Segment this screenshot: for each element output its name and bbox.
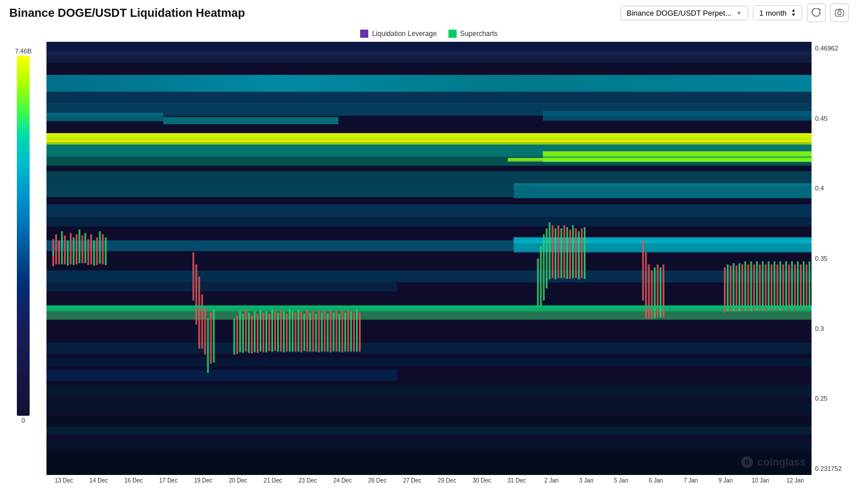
- legend-item-supercharts: Supercharts: [448, 30, 498, 38]
- y-label-045: 0.45: [815, 115, 856, 122]
- svg-rect-144: [738, 263, 740, 311]
- svg-rect-106: [339, 314, 340, 351]
- svg-rect-105: [336, 311, 338, 351]
- svg-rect-85: [277, 312, 279, 351]
- x-label-20: 10 Jan: [743, 477, 778, 484]
- svg-rect-37: [46, 439, 812, 451]
- svg-rect-149: [753, 264, 755, 311]
- svg-rect-20: [514, 183, 812, 198]
- svg-rect-99: [318, 310, 319, 352]
- svg-rect-53: [81, 236, 83, 264]
- svg-rect-63: [195, 264, 197, 325]
- svg-rect-114: [537, 258, 539, 307]
- svg-rect-6: [46, 56, 812, 63]
- svg-rect-36: [46, 427, 812, 434]
- svg-rect-115: [540, 246, 542, 307]
- svg-rect-101: [324, 311, 326, 351]
- chart-main[interactable]: [46, 42, 812, 475]
- exchange-selector[interactable]: Binance DOGE/USDT Perpet... ▼: [620, 6, 748, 20]
- svg-rect-96: [309, 312, 311, 351]
- legend-label-supercharts: Supercharts: [460, 30, 498, 38]
- svg-rect-92: [297, 309, 299, 352]
- heatmap-svg: [46, 42, 812, 475]
- timeframe-selector[interactable]: 1 month ▲▼: [753, 5, 802, 20]
- watermark: coinglass: [740, 455, 806, 469]
- svg-rect-4: [46, 42, 812, 51]
- svg-rect-26: [46, 271, 812, 283]
- x-label-11: 29 Dec: [429, 477, 464, 484]
- y-label-030: 0.3: [815, 325, 856, 332]
- svg-rect-67: [207, 319, 209, 373]
- svg-rect-9: [46, 92, 812, 103]
- svg-rect-174: [46, 307, 812, 308]
- refresh-button[interactable]: [807, 3, 825, 22]
- svg-rect-117: [546, 228, 548, 289]
- svg-rect-163: [794, 264, 796, 310]
- svg-rect-131: [642, 240, 644, 301]
- svg-rect-55: [87, 239, 89, 265]
- legend-label-liquidation: Liquidation Leverage: [372, 30, 436, 38]
- svg-rect-22: [46, 218, 812, 227]
- svg-rect-151: [759, 264, 761, 311]
- svg-rect-47: [64, 236, 66, 265]
- svg-rect-162: [791, 261, 793, 309]
- svg-rect-58: [96, 237, 98, 265]
- svg-rect-147: [747, 264, 749, 311]
- svg-rect-44: [55, 235, 57, 265]
- svg-rect-70: [234, 319, 235, 355]
- svg-rect-116: [543, 235, 545, 301]
- scale-bar: [17, 56, 30, 416]
- svg-rect-97: [312, 311, 314, 351]
- svg-rect-126: [572, 225, 574, 278]
- chart-container: 7.46B 0: [0, 42, 858, 504]
- scale-bottom-label: 0: [21, 417, 25, 424]
- x-label-15: 3 Jan: [569, 477, 604, 484]
- svg-rect-45: [58, 240, 60, 264]
- y-axis: 0.46962 0.45 0.4 0.35 0.3 0.25 0.231752: [813, 42, 858, 475]
- svg-rect-142: [733, 263, 734, 311]
- svg-rect-143: [735, 265, 737, 311]
- svg-rect-90: [292, 311, 293, 351]
- legend-color-supercharts: [448, 30, 457, 38]
- svg-rect-171: [508, 158, 812, 160]
- svg-rect-39: [163, 117, 339, 124]
- svg-rect-38: [46, 451, 812, 475]
- svg-rect-48: [67, 240, 69, 266]
- svg-rect-148: [750, 261, 752, 311]
- svg-rect-112: [356, 309, 358, 352]
- y-label-025: 0.25: [815, 395, 856, 402]
- svg-rect-62: [192, 253, 194, 301]
- svg-rect-17: [543, 152, 812, 156]
- svg-rect-76: [251, 315, 253, 353]
- svg-rect-130: [584, 227, 586, 279]
- svg-rect-154: [768, 261, 770, 310]
- svg-rect-66: [204, 307, 206, 355]
- svg-rect-128: [578, 231, 580, 279]
- refresh-icon: [812, 8, 821, 17]
- svg-rect-61: [105, 237, 107, 265]
- svg-rect-50: [73, 237, 74, 265]
- svg-rect-80: [263, 312, 264, 352]
- svg-rect-31: [46, 358, 812, 367]
- svg-rect-136: [657, 264, 659, 317]
- screenshot-button[interactable]: [830, 3, 849, 22]
- svg-rect-59: [99, 231, 100, 264]
- y-label-bottom: 0.231752: [815, 465, 856, 472]
- svg-rect-108: [344, 312, 346, 351]
- svg-rect-56: [90, 235, 92, 265]
- svg-rect-113: [359, 312, 361, 351]
- svg-rect-168: [809, 261, 810, 308]
- svg-rect-160: [785, 261, 787, 309]
- svg-rect-52: [78, 229, 80, 263]
- svg-rect-95: [306, 309, 308, 352]
- stepper-icon: ▲▼: [791, 8, 796, 17]
- svg-rect-120: [555, 228, 557, 279]
- svg-rect-158: [780, 261, 781, 310]
- svg-rect-159: [782, 264, 784, 310]
- svg-rect-41: [543, 111, 812, 121]
- color-scale: 7.46B 0: [0, 48, 46, 424]
- x-label-3: 17 Dec: [151, 477, 186, 484]
- x-label-5: 20 Dec: [221, 477, 256, 484]
- svg-rect-98: [315, 314, 317, 351]
- timeframe-label: 1 month: [759, 9, 787, 17]
